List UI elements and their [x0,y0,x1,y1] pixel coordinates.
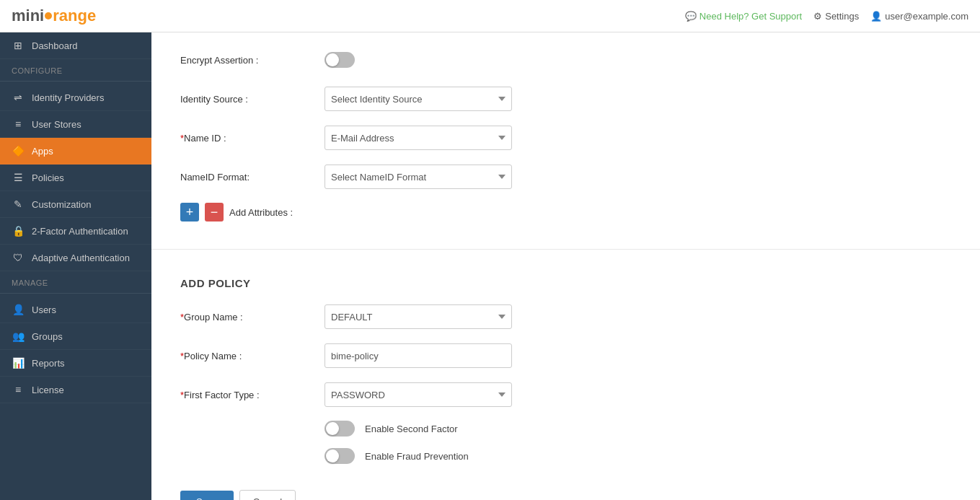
form-section-top: Encrypt Assertion : Identity Source : Se… [151,32,980,243]
group-name-label: *Group Name : [180,312,325,323]
sidebar-item-reports[interactable]: 📊 Reports [0,350,151,377]
name-id-select[interactable]: E-Mail Address [325,126,512,150]
user-info: 👤 user@example.com [870,11,968,22]
enable-second-factor-toggle[interactable] [325,421,355,437]
chat-icon: 💬 [685,11,697,22]
form-actions: Save Cancel [151,483,980,500]
reports-icon: 📊 [12,357,25,369]
identity-source-label: Identity Source : [180,94,325,105]
nameid-format-label: NameID Format: [180,172,325,183]
dashboard-icon: ⊞ [12,40,25,51]
name-id-label: *Name ID : [180,133,325,144]
sidebar-item-label: Dashboard [32,40,78,51]
sidebar-divider-1 [0,81,151,82]
topbar-right: 💬 Need Help? Get Support ⚙ Settings 👤 us… [685,11,968,22]
enable-fraud-prevention-label: Enable Fraud Prevention [365,451,469,462]
sidebar-item-label: Customization [32,199,91,210]
save-button[interactable]: Save [180,491,234,500]
sidebar-item-label: License [32,385,64,395]
settings-text: Settings [825,11,859,22]
section-divider [151,249,980,250]
group-name-row: *Group Name : DEFAULT [180,304,951,330]
nameid-format-select[interactable]: Select NameID Format [325,165,512,189]
policies-icon: ☰ [12,172,25,183]
add-attributes-row: + − Add Attributes : [180,203,951,222]
enable-fraud-prevention-row: Enable Fraud Prevention [325,448,951,464]
sidebar-item-identity-providers[interactable]: ⇌ Identity Providers [0,84,151,111]
add-attribute-button[interactable]: + [180,203,199,222]
remove-attribute-button[interactable]: − [205,203,224,222]
configure-section-label: Configure [0,59,151,78]
enable-fraud-prevention-toggle[interactable] [325,448,355,464]
add-policy-title: ADD POLICY [180,277,951,289]
logo-mini: mini [12,6,44,25]
user-stores-icon: ≡ [12,118,25,130]
encrypt-assertion-label: Encrypt Assertion : [180,55,325,66]
license-icon: ≡ [12,384,25,395]
logo-orange: range [53,6,96,25]
sidebar-item-label: Identity Providers [32,92,104,103]
help-text: Need Help? Get Support [699,11,802,22]
sidebar-item-two-factor[interactable]: 🔒 2-Factor Authentication [0,218,151,245]
two-factor-icon: 🔒 [12,225,25,237]
sidebar-divider-2 [0,293,151,294]
sidebar-item-groups[interactable]: 👥 Groups [0,323,151,350]
first-factor-label: *First Factor Type : [180,390,325,400]
adaptive-auth-icon: 🛡 [12,252,25,263]
groups-icon: 👥 [12,330,25,342]
sidebar-item-label: 2-Factor Authentication [32,226,128,237]
settings-link[interactable]: ⚙ Settings [813,11,859,22]
sidebar-item-policies[interactable]: ☰ Policies [0,165,151,191]
sidebar-item-dashboard[interactable]: ⊞ Dashboard [0,32,151,59]
users-icon: 👤 [12,304,25,315]
main-layout: ⊞ Dashboard Configure ⇌ Identity Provide… [0,32,980,500]
encrypt-toggle-container [325,52,355,68]
topbar: minirange 💬 Need Help? Get Support ⚙ Set… [0,0,980,32]
apps-icon: 🔶 [12,145,25,157]
sidebar-item-label: Apps [32,146,53,157]
manage-section-label: Manage [0,271,151,290]
enable-second-factor-label: Enable Second Factor [365,424,458,434]
nameid-format-row: NameID Format: Select NameID Format [180,164,951,190]
encrypt-assertion-toggle[interactable] [325,52,355,68]
sidebar-item-label: Policies [32,172,64,183]
enable-second-factor-row: Enable Second Factor [325,421,951,437]
encrypt-assertion-row: Encrypt Assertion : [180,47,951,73]
sidebar-item-users[interactable]: 👤 Users [0,297,151,323]
group-name-select[interactable]: DEFAULT [325,304,512,329]
sidebar-item-apps[interactable]: 🔶 Apps [0,138,151,165]
policy-name-row: *Policy Name : [180,343,951,369]
logo-dot [45,12,52,19]
identity-source-select[interactable]: Select Identity Source [325,87,512,111]
first-factor-row: *First Factor Type : PASSWORD [180,382,951,408]
help-link[interactable]: 💬 Need Help? Get Support [685,11,802,22]
user-name: user@example.com [885,11,968,22]
sidebar-item-user-stores[interactable]: ≡ User Stores [0,111,151,138]
sidebar-item-adaptive-auth[interactable]: 🛡 Adaptive Authentication [0,245,151,271]
sidebar-item-label: Adaptive Authentication [32,253,130,263]
sidebar-item-label: Groups [32,331,63,342]
policy-name-input[interactable] [325,343,512,368]
identity-source-row: Identity Source : Select Identity Source [180,86,951,112]
sidebar-item-customization[interactable]: ✎ Customization [0,191,151,218]
sidebar-item-license[interactable]: ≡ License [0,377,151,403]
identity-providers-icon: ⇌ [12,92,25,103]
name-id-row: *Name ID : E-Mail Address [180,125,951,151]
sidebar-item-label: User Stores [32,119,81,130]
sidebar: ⊞ Dashboard Configure ⇌ Identity Provide… [0,32,151,500]
add-attributes-label: Add Attributes : [229,207,293,218]
form-section-policy: ADD POLICY *Group Name : DEFAULT *Policy… [151,263,980,483]
logo: minirange [12,6,96,25]
gear-icon: ⚙ [813,11,822,22]
user-icon: 👤 [870,11,882,22]
customization-icon: ✎ [12,198,25,210]
policy-name-label: *Policy Name : [180,351,325,361]
content-area: Send Feedback Encrypt Assertion : Identi… [151,32,980,500]
sidebar-item-label: Reports [32,358,65,369]
first-factor-select[interactable]: PASSWORD [325,382,512,407]
cancel-button[interactable]: Cancel [239,490,296,500]
sidebar-item-label: Users [32,304,56,315]
